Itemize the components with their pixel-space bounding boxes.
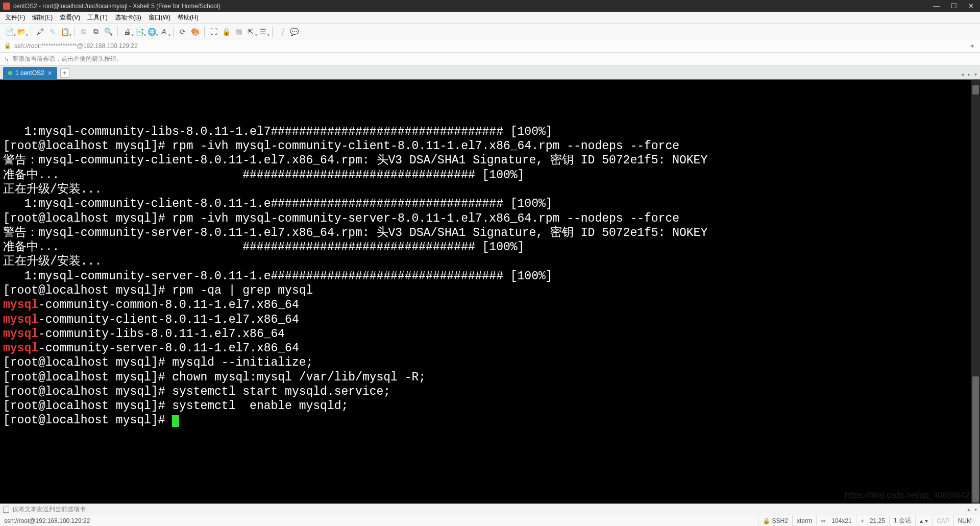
status-cap: CAP — [932, 515, 953, 526]
terminal-line: [root@localhost mysql]# rpm -ivh mysql-c… — [3, 139, 977, 153]
clipboard-tool-icon[interactable]: 📋 — [60, 27, 70, 37]
transfer-icon[interactable]: 📑 — [134, 27, 144, 37]
window-buttons: — ☐ ✕ — [933, 2, 974, 10]
toolbar-separator — [74, 27, 75, 37]
maximize-button[interactable]: ☐ — [951, 2, 957, 10]
terminal-line: 1:mysql-community-libs-8.0.11-1.el7#####… — [3, 125, 977, 139]
open-session-icon[interactable]: 📂 — [16, 27, 27, 37]
highlight-icon[interactable]: 🖍 — [35, 27, 45, 37]
status-connection: ssh://root@192.168.100.129:22 — [4, 517, 90, 524]
tile-icon[interactable]: ▦ — [233, 27, 243, 37]
lock-tool-icon[interactable]: 🔒 — [221, 27, 231, 37]
terminal-line: [root@localhost mysql]# chown mysql:mysq… — [3, 370, 977, 385]
app-icon — [3, 3, 10, 10]
terminal-cursor — [172, 415, 179, 427]
menu-file[interactable]: 文件(F) — [5, 13, 25, 22]
send-bar: 仅将文本发送到当前选项卡 ▲ ▾ — [0, 504, 980, 515]
grep-match: mysql — [3, 342, 38, 355]
grep-match: mysql — [3, 313, 38, 326]
menubar: 文件(F) 编辑(E) 查看(V) 工具(T) 选项卡(B) 窗口(W) 帮助(… — [0, 12, 980, 24]
terminal-line: 警告：mysql-community-server-8.0.11-1.el7.x… — [3, 226, 977, 240]
grep-match: mysql — [3, 327, 38, 341]
export-icon[interactable]: ⇱ — [246, 27, 256, 37]
layout-icon[interactable]: ☰ — [258, 27, 268, 37]
menu-window[interactable]: 窗口(W) — [149, 13, 170, 22]
sendbar-up-icon[interactable]: ▲ — [966, 507, 971, 512]
status-cursor-pos: ⌖ 21,25 — [856, 515, 889, 526]
status-bar: ssh://root@192.168.100.129:22 🔒SSH2 xter… — [0, 515, 980, 526]
tab-nav-right-icon[interactable]: ▸ — [968, 71, 970, 77]
menu-view[interactable]: 查看(V) — [60, 13, 80, 22]
address-bar: 🔒 ssh://root:***************@192.168.100… — [0, 39, 980, 53]
menu-tabs[interactable]: 选项卡(B) — [115, 13, 141, 22]
session-tab[interactable]: 1 centOS2 ✕ — [3, 67, 57, 79]
refresh-icon[interactable]: ⟳ — [178, 27, 188, 37]
terminal-line: [root@localhost mysql]# — [3, 413, 977, 427]
terminal-line: 1:mysql-community-server-8.0.11-1.e#####… — [3, 269, 977, 283]
terminal-line: 准备中... #################################… — [3, 240, 977, 254]
copy2-icon[interactable]: ⧉ — [91, 27, 101, 37]
ssh-lock-icon: 🔒 — [763, 517, 770, 524]
scrollbar-down-button[interactable] — [972, 493, 979, 503]
menu-tools[interactable]: 工具(T) — [87, 13, 107, 22]
hint-text: 要添加当前会话，点击左侧的箭头按钮。 — [12, 55, 122, 63]
terminal-line: mysql-community-common-8.0.11-1.el7.x86_… — [3, 298, 977, 312]
grep-match: mysql — [3, 298, 38, 312]
titlebar: centOS2 - root@localhost:/usr/local/mysq… — [0, 0, 980, 12]
toolbar-separator — [204, 27, 205, 37]
minimize-button[interactable]: — — [933, 2, 940, 10]
sendbar-dd-icon[interactable]: ▾ — [974, 507, 977, 512]
menu-edit[interactable]: 编辑(E) — [32, 13, 53, 22]
terminal-line: 准备中... #################################… — [3, 168, 977, 182]
terminal-scrollbar[interactable] — [971, 80, 980, 504]
scrollbar-up-button[interactable] — [972, 85, 979, 94]
tab-close-icon[interactable]: ✕ — [47, 70, 52, 77]
status-ssh: 🔒SSH2 — [758, 515, 792, 526]
tab-strip: 1 centOS2 ✕ + ◂ ▸ ▾ — [0, 66, 980, 80]
chat-icon[interactable]: 💬 — [289, 27, 299, 37]
address-text[interactable]: ssh://root:***************@192.168.100.1… — [14, 42, 138, 50]
terminal-line: mysql-community-libs-8.0.11-1.el7.x86_64 — [3, 327, 977, 341]
status-up-icon[interactable]: ▴ — [920, 517, 923, 524]
toolbar-separator — [117, 27, 118, 37]
terminal-line: mysql-community-client-8.0.11-1.el7.x86_… — [3, 313, 977, 327]
search-icon[interactable]: 🔍 — [103, 27, 113, 37]
lock-icon: 🔒 — [4, 42, 11, 49]
font-icon[interactable]: A — [159, 27, 169, 37]
status-term: xterm — [792, 515, 816, 526]
send-checkbox[interactable] — [3, 507, 9, 513]
tab-label: 1 centOS2 — [15, 69, 44, 77]
edit-icon[interactable]: ✎ — [47, 27, 58, 37]
status-down-icon[interactable]: ▾ — [925, 517, 928, 524]
hint-arrow-icon[interactable]: ↳ — [4, 56, 9, 63]
terminal-line: 警告：mysql-community-client-8.0.11-1.el7.x… — [3, 153, 977, 168]
palette-icon[interactable]: 🎨 — [190, 27, 200, 37]
terminal-line: [root@localhost mysql]# systemctl start … — [3, 385, 977, 399]
tab-nav-left-icon[interactable]: ◂ — [961, 71, 964, 77]
terminal-line: [root@localhost mysql]# mysqld --initial… — [3, 355, 977, 370]
add-tab-button[interactable]: + — [60, 68, 69, 78]
print-icon[interactable]: 🖨 — [122, 27, 132, 37]
tab-list-icon[interactable]: ▾ — [974, 71, 977, 77]
globe-icon[interactable]: 🌐 — [146, 27, 157, 37]
hint-bar: ↳ 要添加当前会话，点击左侧的箭头按钮。 — [0, 53, 980, 66]
copy-icon[interactable]: ⧉ — [79, 27, 89, 37]
connection-status-icon — [8, 71, 12, 75]
status-size: ⇔ 104x21 — [816, 515, 856, 526]
close-button[interactable]: ✕ — [968, 2, 974, 10]
help-tool-icon[interactable]: ❔ — [277, 27, 287, 37]
terminal-line: [root@localhost mysql]# systemctl enable… — [3, 399, 977, 413]
status-sessions: 1 会话 — [889, 515, 915, 526]
terminal-line: 正在升级/安装... — [3, 182, 977, 197]
scrollbar-thumb[interactable] — [972, 376, 979, 495]
send-bar-right: ▲ ▾ — [966, 507, 977, 512]
status-nav[interactable]: ▴▾ — [915, 515, 932, 526]
fullscreen-icon[interactable]: ⛶ — [209, 27, 219, 37]
new-session-icon[interactable]: 📄 — [4, 27, 14, 37]
address-dropdown-icon[interactable]: ▾ — [969, 42, 976, 50]
menu-help[interactable]: 帮助(H) — [178, 13, 199, 22]
terminal-line: mysql-community-server-8.0.11-1.el7.x86_… — [3, 341, 977, 355]
terminal[interactable]: https://blog.csdn.net/qq_40684642 1:mysq… — [0, 80, 980, 504]
toolbar-separator — [272, 27, 273, 37]
terminal-line: 正在升级/安装... — [3, 254, 977, 269]
